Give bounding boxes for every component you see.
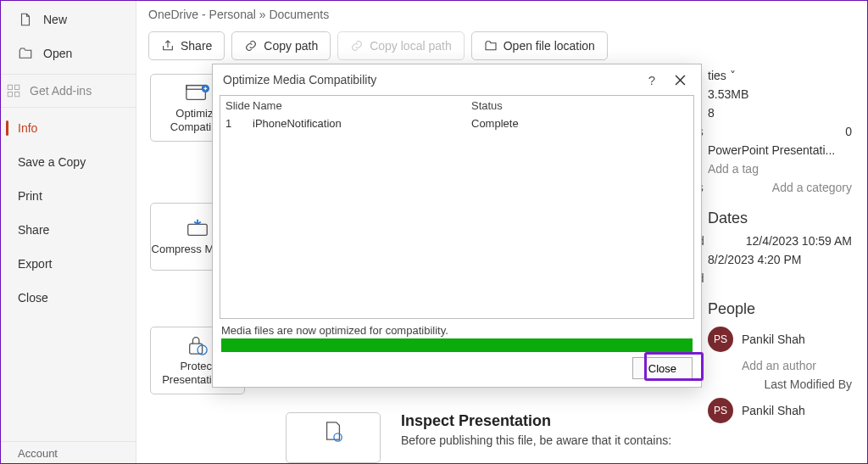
close-x-button[interactable] bbox=[667, 67, 693, 92]
lock-icon bbox=[185, 334, 210, 356]
svg-rect-1 bbox=[15, 85, 19, 89]
grid-header: Slide Name Status bbox=[220, 96, 693, 115]
prop-format: PowerPoint Presentati... bbox=[708, 143, 835, 157]
inspect-sub: Before publishing this file, be aware th… bbox=[401, 433, 671, 447]
dates-heading: Dates bbox=[708, 210, 852, 227]
nav-addins-label: Get Add-ins bbox=[30, 84, 92, 98]
nav-share-label: Share bbox=[18, 223, 49, 237]
nav-share[interactable]: Share bbox=[1, 213, 136, 247]
share-icon bbox=[161, 39, 175, 53]
modifier-row[interactable]: PS Pankil Shah bbox=[708, 398, 852, 423]
add-tag[interactable]: Add a tag bbox=[708, 162, 759, 176]
add-author[interactable]: Add an author bbox=[742, 359, 816, 372]
nav-export[interactable]: Export bbox=[1, 247, 136, 281]
inspect-title: Inspect Presentation bbox=[401, 412, 671, 430]
nav-close[interactable]: Close bbox=[1, 281, 136, 315]
dialog-title: Optimize Media Compatibility bbox=[223, 73, 376, 87]
nav-open-label: Open bbox=[43, 47, 72, 60]
author-name: Pankil Shah bbox=[742, 333, 805, 346]
properties-panel: ties ˅ 3.53MB 8 lides0 PowerPoint Presen… bbox=[708, 69, 852, 430]
media-grid: Slide Name Status 1 iPhoneNotification C… bbox=[220, 95, 694, 319]
progress-bar bbox=[221, 338, 693, 352]
link-icon bbox=[244, 39, 258, 53]
open-location-button[interactable]: Open file location bbox=[471, 31, 608, 60]
svg-rect-2 bbox=[8, 92, 12, 97]
dialog-titlebar: Optimize Media Compatibility ? bbox=[213, 64, 701, 95]
prop-slides: 8 bbox=[708, 106, 715, 120]
date-created: 8/2/2023 4:20 PM bbox=[708, 253, 802, 266]
people-heading: People bbox=[708, 300, 852, 318]
nav-account[interactable]: Account bbox=[1, 441, 136, 464]
inspect-icon bbox=[320, 420, 346, 442]
nav-print[interactable]: Print bbox=[1, 179, 136, 213]
nav-open[interactable]: Open bbox=[1, 36, 136, 70]
inspect-section: Inspect Presentation Before publishing t… bbox=[286, 412, 671, 463]
nav-new-label: New bbox=[43, 13, 67, 26]
new-icon bbox=[18, 12, 33, 27]
col-slide[interactable]: Slide bbox=[220, 99, 253, 112]
nav-print-label: Print bbox=[18, 189, 42, 203]
toolbar: Share Copy path Copy local path Open fil… bbox=[148, 31, 855, 60]
nav-info-label: Info bbox=[18, 121, 37, 135]
nav-export-label: Export bbox=[18, 257, 52, 271]
backstage-sidebar: New Open Get Add-ins Info Save a Copy Pr… bbox=[1, 1, 136, 464]
link-icon-disabled bbox=[350, 39, 364, 53]
nav-new[interactable]: New bbox=[1, 3, 136, 36]
col-status[interactable]: Status bbox=[471, 99, 693, 112]
svg-rect-3 bbox=[15, 92, 19, 97]
open-icon bbox=[18, 46, 33, 61]
dialog-status-message: Media files are now optimized for compat… bbox=[221, 324, 693, 337]
addins-icon bbox=[6, 83, 21, 98]
nav-save-copy[interactable]: Save a Copy bbox=[1, 145, 136, 179]
add-category[interactable]: Add a category bbox=[772, 181, 852, 194]
col-name[interactable]: Name bbox=[253, 99, 471, 112]
inspect-card[interactable] bbox=[286, 412, 381, 463]
folder-icon bbox=[484, 39, 498, 53]
nav-addins[interactable]: Get Add-ins bbox=[1, 74, 136, 108]
grid-row[interactable]: 1 iPhoneNotification Complete bbox=[220, 115, 693, 131]
author-row[interactable]: PS Pankil Shah bbox=[708, 327, 852, 352]
copy-path-button[interactable]: Copy path bbox=[231, 31, 331, 60]
svg-rect-0 bbox=[8, 85, 12, 89]
dialog-close-button[interactable]: Close bbox=[632, 357, 693, 379]
nav-info[interactable]: Info bbox=[1, 111, 136, 145]
avatar: PS bbox=[708, 327, 733, 352]
avatar: PS bbox=[708, 398, 733, 423]
properties-dropdown[interactable]: ties ˅ bbox=[708, 69, 736, 82]
optimize-dialog: Optimize Media Compatibility ? Slide Nam… bbox=[212, 64, 702, 388]
svg-rect-7 bbox=[188, 225, 208, 236]
nav-save-copy-label: Save a Copy bbox=[18, 155, 86, 169]
prop-size: 3.53MB bbox=[708, 87, 748, 101]
prop-hidden: 0 bbox=[845, 125, 852, 138]
film-icon bbox=[185, 81, 210, 103]
copy-local-path-button: Copy local path bbox=[337, 31, 465, 60]
breadcrumb: OneDrive - Personal » Documents bbox=[148, 8, 855, 21]
date-modified: 12/4/2023 10:59 AM bbox=[746, 234, 852, 248]
modifier-name: Pankil Shah bbox=[742, 404, 805, 417]
compress-icon bbox=[185, 217, 210, 239]
share-button[interactable]: Share bbox=[148, 31, 225, 60]
nav-close-label: Close bbox=[18, 291, 48, 305]
help-button[interactable]: ? bbox=[642, 67, 662, 92]
